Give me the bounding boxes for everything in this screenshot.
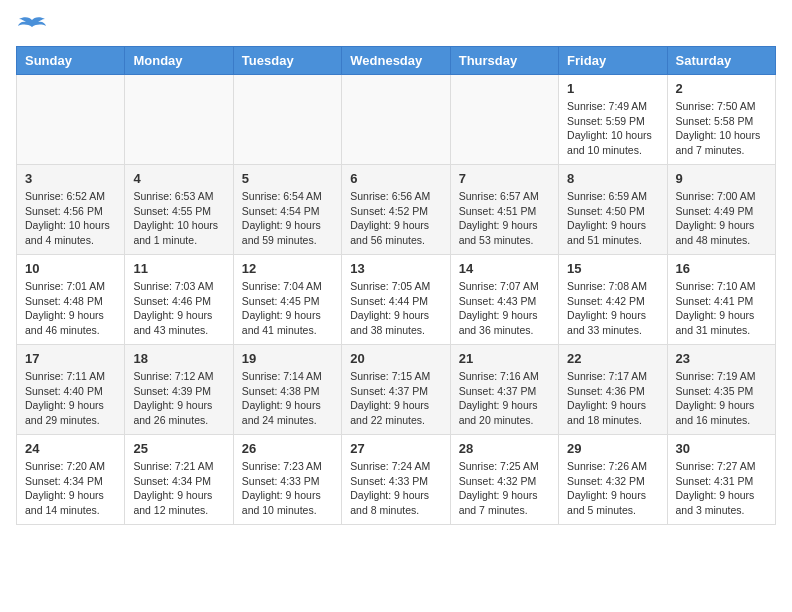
day-number: 27: [350, 441, 441, 456]
day-number: 7: [459, 171, 550, 186]
calendar-cell: 29Sunrise: 7:26 AM Sunset: 4:32 PM Dayli…: [559, 435, 667, 525]
calendar-cell: 13Sunrise: 7:05 AM Sunset: 4:44 PM Dayli…: [342, 255, 450, 345]
day-number: 8: [567, 171, 658, 186]
day-info: Sunrise: 7:08 AM Sunset: 4:42 PM Dayligh…: [567, 279, 658, 338]
day-number: 6: [350, 171, 441, 186]
calendar-cell: 14Sunrise: 7:07 AM Sunset: 4:43 PM Dayli…: [450, 255, 558, 345]
day-info: Sunrise: 7:16 AM Sunset: 4:37 PM Dayligh…: [459, 369, 550, 428]
calendar-cell: 21Sunrise: 7:16 AM Sunset: 4:37 PM Dayli…: [450, 345, 558, 435]
day-info: Sunrise: 7:07 AM Sunset: 4:43 PM Dayligh…: [459, 279, 550, 338]
logo-bird-icon: [18, 16, 46, 38]
day-info: Sunrise: 7:03 AM Sunset: 4:46 PM Dayligh…: [133, 279, 224, 338]
calendar-cell: 16Sunrise: 7:10 AM Sunset: 4:41 PM Dayli…: [667, 255, 775, 345]
weekday-header-saturday: Saturday: [667, 47, 775, 75]
day-number: 20: [350, 351, 441, 366]
calendar-week-row: 17Sunrise: 7:11 AM Sunset: 4:40 PM Dayli…: [17, 345, 776, 435]
calendar-cell: 20Sunrise: 7:15 AM Sunset: 4:37 PM Dayli…: [342, 345, 450, 435]
calendar-cell: 25Sunrise: 7:21 AM Sunset: 4:34 PM Dayli…: [125, 435, 233, 525]
day-number: 25: [133, 441, 224, 456]
weekday-header-sunday: Sunday: [17, 47, 125, 75]
calendar-cell: 4Sunrise: 6:53 AM Sunset: 4:55 PM Daylig…: [125, 165, 233, 255]
day-info: Sunrise: 7:27 AM Sunset: 4:31 PM Dayligh…: [676, 459, 767, 518]
calendar-header-row: SundayMondayTuesdayWednesdayThursdayFrid…: [17, 47, 776, 75]
day-info: Sunrise: 7:19 AM Sunset: 4:35 PM Dayligh…: [676, 369, 767, 428]
calendar-cell: 9Sunrise: 7:00 AM Sunset: 4:49 PM Daylig…: [667, 165, 775, 255]
day-number: 18: [133, 351, 224, 366]
day-info: Sunrise: 6:59 AM Sunset: 4:50 PM Dayligh…: [567, 189, 658, 248]
day-info: Sunrise: 7:26 AM Sunset: 4:32 PM Dayligh…: [567, 459, 658, 518]
weekday-header-wednesday: Wednesday: [342, 47, 450, 75]
day-info: Sunrise: 7:14 AM Sunset: 4:38 PM Dayligh…: [242, 369, 333, 428]
day-number: 13: [350, 261, 441, 276]
day-info: Sunrise: 7:15 AM Sunset: 4:37 PM Dayligh…: [350, 369, 441, 428]
calendar-cell: 24Sunrise: 7:20 AM Sunset: 4:34 PM Dayli…: [17, 435, 125, 525]
day-info: Sunrise: 7:12 AM Sunset: 4:39 PM Dayligh…: [133, 369, 224, 428]
calendar-cell: [125, 75, 233, 165]
calendar-cell: 18Sunrise: 7:12 AM Sunset: 4:39 PM Dayli…: [125, 345, 233, 435]
day-number: 28: [459, 441, 550, 456]
calendar-cell: 10Sunrise: 7:01 AM Sunset: 4:48 PM Dayli…: [17, 255, 125, 345]
day-number: 1: [567, 81, 658, 96]
calendar-cell: 6Sunrise: 6:56 AM Sunset: 4:52 PM Daylig…: [342, 165, 450, 255]
calendar-cell: 28Sunrise: 7:25 AM Sunset: 4:32 PM Dayli…: [450, 435, 558, 525]
calendar-cell: 23Sunrise: 7:19 AM Sunset: 4:35 PM Dayli…: [667, 345, 775, 435]
day-info: Sunrise: 7:10 AM Sunset: 4:41 PM Dayligh…: [676, 279, 767, 338]
calendar-week-row: 10Sunrise: 7:01 AM Sunset: 4:48 PM Dayli…: [17, 255, 776, 345]
calendar-week-row: 24Sunrise: 7:20 AM Sunset: 4:34 PM Dayli…: [17, 435, 776, 525]
calendar-week-row: 1Sunrise: 7:49 AM Sunset: 5:59 PM Daylig…: [17, 75, 776, 165]
calendar-cell: [342, 75, 450, 165]
day-info: Sunrise: 7:21 AM Sunset: 4:34 PM Dayligh…: [133, 459, 224, 518]
day-info: Sunrise: 7:50 AM Sunset: 5:58 PM Dayligh…: [676, 99, 767, 158]
calendar-table: SundayMondayTuesdayWednesdayThursdayFrid…: [16, 46, 776, 525]
day-info: Sunrise: 7:01 AM Sunset: 4:48 PM Dayligh…: [25, 279, 116, 338]
day-number: 16: [676, 261, 767, 276]
day-number: 22: [567, 351, 658, 366]
weekday-header-thursday: Thursday: [450, 47, 558, 75]
calendar-cell: 2Sunrise: 7:50 AM Sunset: 5:58 PM Daylig…: [667, 75, 775, 165]
day-info: Sunrise: 7:04 AM Sunset: 4:45 PM Dayligh…: [242, 279, 333, 338]
day-info: Sunrise: 7:17 AM Sunset: 4:36 PM Dayligh…: [567, 369, 658, 428]
day-number: 9: [676, 171, 767, 186]
day-number: 3: [25, 171, 116, 186]
calendar-cell: [450, 75, 558, 165]
day-info: Sunrise: 7:05 AM Sunset: 4:44 PM Dayligh…: [350, 279, 441, 338]
calendar-cell: [17, 75, 125, 165]
day-number: 17: [25, 351, 116, 366]
day-number: 4: [133, 171, 224, 186]
day-number: 11: [133, 261, 224, 276]
calendar-cell: 22Sunrise: 7:17 AM Sunset: 4:36 PM Dayli…: [559, 345, 667, 435]
calendar-cell: 27Sunrise: 7:24 AM Sunset: 4:33 PM Dayli…: [342, 435, 450, 525]
weekday-header-monday: Monday: [125, 47, 233, 75]
day-info: Sunrise: 7:11 AM Sunset: 4:40 PM Dayligh…: [25, 369, 116, 428]
day-info: Sunrise: 6:53 AM Sunset: 4:55 PM Dayligh…: [133, 189, 224, 248]
logo: [16, 16, 46, 38]
day-number: 14: [459, 261, 550, 276]
day-number: 24: [25, 441, 116, 456]
day-info: Sunrise: 7:24 AM Sunset: 4:33 PM Dayligh…: [350, 459, 441, 518]
day-number: 30: [676, 441, 767, 456]
day-info: Sunrise: 7:25 AM Sunset: 4:32 PM Dayligh…: [459, 459, 550, 518]
calendar-cell: 8Sunrise: 6:59 AM Sunset: 4:50 PM Daylig…: [559, 165, 667, 255]
page-header: [16, 16, 776, 38]
day-number: 26: [242, 441, 333, 456]
calendar-cell: [233, 75, 341, 165]
weekday-header-tuesday: Tuesday: [233, 47, 341, 75]
calendar-cell: 11Sunrise: 7:03 AM Sunset: 4:46 PM Dayli…: [125, 255, 233, 345]
day-number: 12: [242, 261, 333, 276]
calendar-cell: 3Sunrise: 6:52 AM Sunset: 4:56 PM Daylig…: [17, 165, 125, 255]
day-info: Sunrise: 7:49 AM Sunset: 5:59 PM Dayligh…: [567, 99, 658, 158]
calendar-cell: 19Sunrise: 7:14 AM Sunset: 4:38 PM Dayli…: [233, 345, 341, 435]
day-number: 23: [676, 351, 767, 366]
calendar-cell: 17Sunrise: 7:11 AM Sunset: 4:40 PM Dayli…: [17, 345, 125, 435]
calendar-cell: 26Sunrise: 7:23 AM Sunset: 4:33 PM Dayli…: [233, 435, 341, 525]
calendar-cell: 1Sunrise: 7:49 AM Sunset: 5:59 PM Daylig…: [559, 75, 667, 165]
calendar-cell: 30Sunrise: 7:27 AM Sunset: 4:31 PM Dayli…: [667, 435, 775, 525]
day-info: Sunrise: 7:20 AM Sunset: 4:34 PM Dayligh…: [25, 459, 116, 518]
day-info: Sunrise: 6:57 AM Sunset: 4:51 PM Dayligh…: [459, 189, 550, 248]
day-number: 2: [676, 81, 767, 96]
calendar-cell: 7Sunrise: 6:57 AM Sunset: 4:51 PM Daylig…: [450, 165, 558, 255]
calendar-week-row: 3Sunrise: 6:52 AM Sunset: 4:56 PM Daylig…: [17, 165, 776, 255]
day-info: Sunrise: 6:56 AM Sunset: 4:52 PM Dayligh…: [350, 189, 441, 248]
day-number: 19: [242, 351, 333, 366]
weekday-header-friday: Friday: [559, 47, 667, 75]
